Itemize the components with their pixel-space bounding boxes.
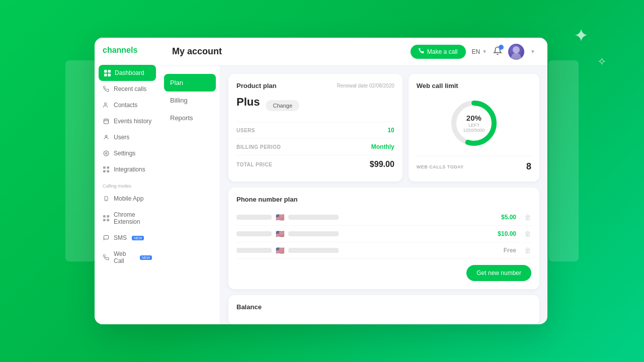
phone-number-placeholder: [236, 248, 272, 253]
language-label: EN: [472, 48, 480, 55]
svg-rect-0: [104, 70, 107, 73]
svg-point-22: [511, 53, 521, 60]
svg-rect-1: [108, 70, 111, 73]
svg-rect-11: [103, 166, 106, 169]
total-price-label: TOTAL PRICE: [236, 162, 272, 167]
phone-price: $10.00: [498, 230, 516, 237]
sidebar-label-web-call: Web Call: [114, 250, 135, 264]
phone-call-icon: [419, 48, 424, 55]
donut-left-label: LEFT: [463, 123, 485, 128]
sidebar-item-dashboard[interactable]: Dashboard: [99, 65, 156, 81]
svg-rect-3: [108, 73, 111, 76]
sidebar-label-chrome-extension: Chrome Extension: [114, 211, 152, 225]
mobile-icon: [103, 195, 110, 202]
calling-modes-label: Calling modes: [95, 177, 160, 191]
webcall-phone-icon: [103, 254, 110, 261]
phone-row: 🇺🇸 $10.00 🗑: [236, 226, 531, 242]
svg-rect-17: [103, 215, 106, 218]
sidebar-item-mobile-app[interactable]: Mobile App: [95, 191, 160, 207]
sidebar-item-recent-calls[interactable]: Recent calls: [95, 81, 160, 97]
svg-point-21: [513, 46, 520, 53]
delete-icon[interactable]: 🗑: [524, 230, 531, 238]
plan-nav-plan[interactable]: Plan: [164, 74, 216, 92]
header-actions: Make a call EN ▼: [411, 44, 535, 60]
users-row: USERS 10: [236, 122, 394, 138]
phone-row: 🇺🇸 $5.00 🗑: [236, 209, 531, 226]
users-value: 10: [387, 127, 394, 134]
sidebar-item-contacts[interactable]: Contacts: [95, 97, 160, 113]
svg-rect-2: [104, 73, 107, 76]
product-plan-card: Product plan Renewal date 02/08/2020 Plu…: [228, 74, 403, 182]
phone-rows: 🇺🇸 $5.00 🗑 🇺🇸 $10.00 🗑: [236, 209, 531, 259]
notification-dot: [499, 45, 504, 50]
phone-plan-title: Phone number plan: [236, 196, 297, 203]
users-label: USERS: [236, 128, 255, 133]
billing-period-value: Monthly: [371, 143, 394, 150]
svg-rect-12: [107, 166, 109, 169]
donut-percent: 20%: [463, 114, 485, 123]
sidebar-item-sms[interactable]: SMS NEW: [95, 230, 160, 246]
sidebar-item-integrations[interactable]: Integrations: [95, 161, 160, 177]
phone-number-placeholder: [236, 215, 272, 220]
avatar-chevron-icon: ▼: [530, 49, 535, 54]
chevron-down-icon: ▼: [482, 49, 487, 54]
phone-icon: [103, 85, 110, 93]
sidebar-item-events-history[interactable]: Events history: [95, 113, 160, 129]
sidebar-item-users[interactable]: Users: [95, 129, 160, 145]
content-area: My account Make a call EN ▼: [160, 38, 547, 324]
product-plan-header: Product plan Renewal date 02/08/2020: [236, 82, 394, 89]
phone-flag: 🇺🇸: [276, 246, 284, 254]
svg-point-4: [105, 103, 107, 105]
donut-usage: 1250/5000: [463, 128, 485, 133]
phone-price-free: Free: [504, 247, 516, 254]
sidebar-label-events-history: Events history: [114, 118, 151, 125]
sidebar-item-settings[interactable]: Settings: [95, 145, 160, 161]
header: My account Make a call EN ▼: [160, 38, 547, 66]
sidebar-item-web-call[interactable]: Web Call NEW: [95, 246, 160, 269]
svg-rect-19: [103, 219, 106, 221]
phone-number-plan-card: Phone number plan 🇺🇸 $5.00 🗑: [228, 188, 539, 289]
contact-icon: [103, 102, 110, 109]
integrations-icon: [103, 166, 110, 173]
page-title: My account: [172, 46, 222, 57]
svg-rect-13: [103, 170, 106, 172]
phone-plan-header: Phone number plan: [236, 196, 531, 203]
make-call-label: Make a call: [427, 48, 458, 55]
total-price-value: $99.00: [370, 160, 394, 169]
avatar[interactable]: [508, 44, 524, 60]
phone-price: $5.00: [501, 214, 516, 221]
plan-name: Plus: [236, 96, 260, 109]
plan-nav-reports[interactable]: Reports: [160, 109, 220, 127]
chrome-icon: [103, 215, 110, 222]
billing-period-label: BILLING PERIOD: [236, 144, 281, 150]
top-row: Product plan Renewal date 02/08/2020 Plu…: [228, 74, 539, 182]
plan-nav-billing[interactable]: Billing: [160, 92, 220, 109]
change-plan-button[interactable]: Change: [266, 100, 299, 111]
notification-button[interactable]: [493, 46, 502, 57]
right-panel: Product plan Renewal date 02/08/2020 Plu…: [220, 66, 547, 324]
svg-rect-14: [107, 170, 109, 172]
make-call-button[interactable]: Make a call: [411, 45, 466, 59]
sparkle-icon-1: ✦: [574, 25, 589, 46]
main-window: channels Dashboard Recent calls: [95, 38, 547, 324]
delete-icon[interactable]: 🗑: [524, 213, 531, 221]
get-new-number-button[interactable]: Get new number: [466, 265, 531, 281]
web-calls-today-row: WEB CALLS TODAY 8: [417, 156, 531, 172]
sidebar-label-integrations: Integrations: [114, 166, 145, 173]
sidebar-item-chrome-extension[interactable]: Chrome Extension: [95, 207, 160, 230]
donut-text: 20% LEFT 1250/5000: [463, 114, 485, 133]
delete-icon[interactable]: 🗑: [524, 246, 531, 254]
sidebar: channels Dashboard Recent calls: [95, 38, 160, 324]
gear-icon: [103, 150, 110, 157]
svg-rect-18: [107, 215, 109, 218]
web-calls-today-label: WEB CALLS TODAY: [417, 164, 464, 169]
phone-name-placeholder: [288, 215, 339, 220]
svg-rect-5: [104, 119, 109, 124]
web-calls-today-value: 8: [526, 161, 531, 172]
billing-period-row: BILLING PERIOD Monthly: [236, 138, 394, 155]
language-selector[interactable]: EN ▼: [472, 48, 488, 55]
user-icon: [103, 134, 110, 141]
balance-card: Balance: [228, 295, 539, 324]
plan-nav: Plan Billing Reports: [160, 66, 220, 324]
phone-row: 🇺🇸 Free 🗑: [236, 242, 531, 259]
